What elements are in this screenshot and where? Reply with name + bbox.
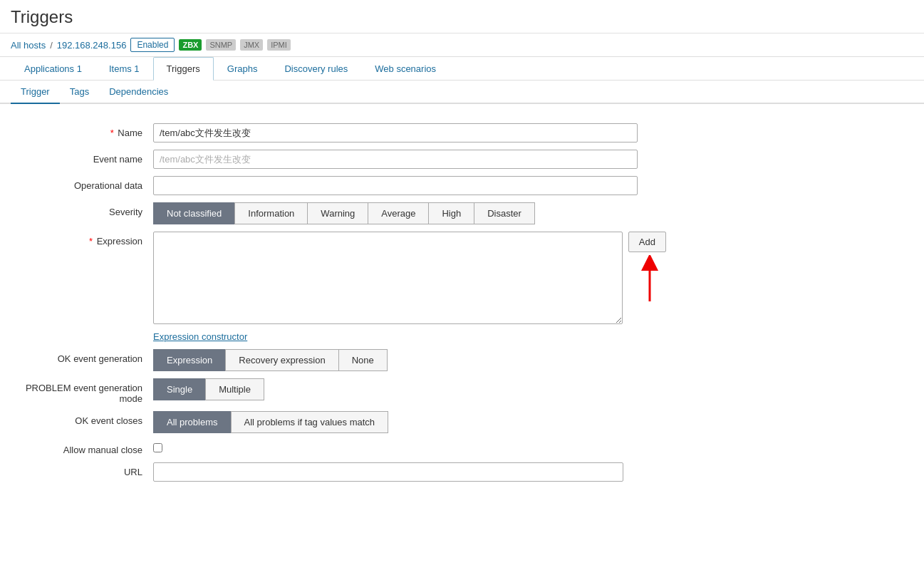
allow-manual-close-checkbox[interactable] [153, 443, 162, 452]
severity-row: Severity Not classified Information Warn… [11, 202, 924, 224]
url-label: URL [11, 462, 153, 477]
event-name-input[interactable] [153, 150, 638, 169]
expression-row: * Expression Add [11, 232, 924, 342]
host-info-bar: All hosts / 192.168.248.156 Enabled ZBX … [0, 33, 924, 57]
severity-average[interactable]: Average [368, 202, 428, 224]
zbx-badge: ZBX [179, 39, 202, 51]
allow-manual-close-label: Allow manual close [11, 440, 153, 455]
severity-group: Not classified Information Warning Avera… [153, 202, 535, 224]
ok-closes-tag-match[interactable]: All problems if tag values match [231, 411, 389, 433]
expression-required-star: * [89, 236, 93, 247]
ok-event-none[interactable]: None [338, 349, 388, 371]
severity-not-classified[interactable]: Not classified [153, 202, 234, 224]
allow-manual-close-wrap [153, 440, 162, 452]
operational-data-row: Operational data [11, 176, 924, 195]
tab-discovery-rules[interactable]: Discovery rules [271, 57, 361, 80]
problem-event-single[interactable]: Single [153, 378, 205, 400]
expression-constructor-link[interactable]: Expression constructor [153, 331, 666, 342]
tab-items[interactable]: Items 1 [95, 57, 153, 80]
tab-applications[interactable]: Applications 1 [11, 57, 95, 80]
ok-event-gen-label: OK event generation [11, 349, 153, 364]
severity-label: Severity [11, 202, 153, 217]
ok-event-closes-group: All problems All problems if tag values … [153, 411, 388, 433]
problem-event-mode-row: PROBLEM event generation mode Single Mul… [11, 378, 924, 404]
form-tab-dependencies[interactable]: Dependencies [99, 81, 178, 104]
expression-textarea[interactable] [153, 232, 623, 324]
form-tab-tags[interactable]: Tags [60, 81, 99, 104]
tab-web-scenarios[interactable]: Web scenarios [361, 57, 450, 80]
ok-event-recovery-expression[interactable]: Recovery expression [225, 349, 338, 371]
allow-manual-close-row: Allow manual close [11, 440, 924, 455]
problem-event-mode-label: PROBLEM event generation mode [11, 378, 153, 404]
trigger-form: * Name Event name Operational data Sever… [0, 113, 924, 499]
event-name-row: Event name [11, 150, 924, 169]
severity-high[interactable]: High [428, 202, 474, 224]
tab-graphs[interactable]: Graphs [214, 57, 271, 80]
severity-warning[interactable]: Warning [307, 202, 368, 224]
ok-event-closes-label: OK event closes [11, 411, 153, 426]
url-input[interactable] [153, 462, 623, 482]
page-title: Triggers [0, 0, 924, 33]
ok-closes-all-problems[interactable]: All problems [153, 411, 231, 433]
event-name-label: Event name [11, 150, 153, 165]
breadcrumb-sep: / [50, 40, 53, 51]
form-tabs: Trigger Tags Dependencies [0, 81, 924, 104]
snmp-badge: SNMP [206, 39, 236, 51]
ok-event-gen-group: Expression Recovery expression None [153, 349, 388, 371]
name-label: * Name [11, 123, 153, 138]
ok-event-closes-row: OK event closes All problems All problem… [11, 411, 924, 433]
ok-event-gen-row: OK event generation Expression Recovery … [11, 349, 924, 371]
severity-disaster[interactable]: Disaster [474, 202, 535, 224]
operational-data-label: Operational data [11, 176, 153, 191]
ok-event-expression[interactable]: Expression [153, 349, 225, 371]
form-tab-trigger[interactable]: Trigger [11, 81, 60, 104]
url-row: URL [11, 462, 924, 482]
red-arrow-indicator [635, 255, 664, 305]
severity-information[interactable]: Information [234, 202, 307, 224]
expression-label: * Expression [11, 232, 153, 247]
name-required-star: * [110, 128, 114, 138]
status-badge: Enabled [130, 38, 175, 52]
tab-triggers[interactable]: Triggers [153, 57, 214, 81]
host-nav-tabs: Applications 1 Items 1 Triggers Graphs D… [0, 57, 924, 81]
problem-event-multiple[interactable]: Multiple [205, 378, 264, 400]
operational-data-input[interactable] [153, 176, 638, 195]
name-row: * Name [11, 123, 924, 142]
ipmi-badge: IPMI [267, 39, 291, 51]
host-ip-link[interactable]: 192.168.248.156 [57, 40, 127, 51]
all-hosts-link[interactable]: All hosts [11, 40, 46, 51]
problem-event-mode-group: Single Multiple [153, 378, 264, 400]
jmx-badge: JMX [240, 39, 263, 51]
expression-area-container: Add [153, 232, 666, 324]
name-input[interactable] [153, 123, 638, 142]
add-expression-button[interactable]: Add [628, 232, 666, 252]
